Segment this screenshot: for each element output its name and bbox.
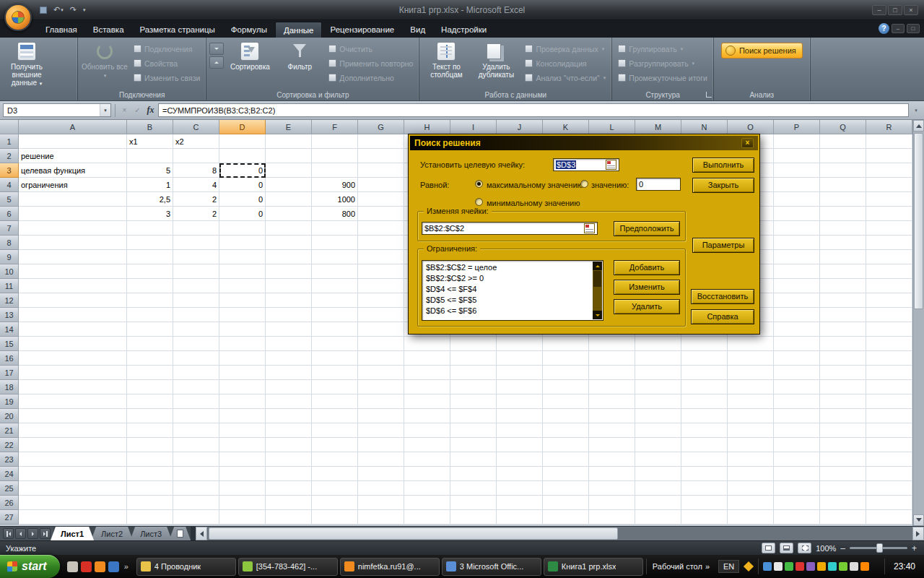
- row-header-22[interactable]: 22: [0, 438, 19, 452]
- cell-F26[interactable]: [312, 496, 358, 510]
- cell-B25[interactable]: [127, 481, 173, 496]
- cell-K19[interactable]: [543, 394, 589, 409]
- cell-N19[interactable]: [681, 394, 728, 409]
- cell-J16[interactable]: [497, 351, 543, 366]
- changing-cells-input[interactable]: $B$2:$C$2: [422, 222, 598, 235]
- cell-R6[interactable]: [866, 207, 912, 221]
- cell-A7[interactable]: [19, 221, 127, 236]
- cell-B14[interactable]: [127, 322, 173, 337]
- col-header-E[interactable]: E: [266, 120, 312, 134]
- cell-J21[interactable]: [497, 423, 543, 438]
- cell-B19[interactable]: [127, 394, 173, 409]
- cell-C5[interactable]: 2: [173, 192, 219, 207]
- cell-D8[interactable]: [219, 236, 266, 250]
- cell-G10[interactable]: [358, 264, 404, 279]
- sheet-tab-1[interactable]: Лист1: [51, 527, 94, 540]
- cell-D22[interactable]: [219, 438, 266, 452]
- tray-icon-10[interactable]: [860, 562, 869, 571]
- cell-F1[interactable]: [312, 134, 358, 149]
- previous-sheet-button[interactable]: [15, 528, 26, 539]
- options-button[interactable]: Параметры: [692, 238, 754, 253]
- cell-E19[interactable]: [266, 394, 312, 409]
- cell-A11[interactable]: [19, 279, 127, 293]
- cell-B2[interactable]: [127, 149, 173, 163]
- cell-A17[interactable]: [19, 366, 127, 380]
- ribbon-tab-2[interactable]: Вставка: [85, 22, 132, 38]
- cell-Q4[interactable]: [820, 178, 866, 192]
- cell-K21[interactable]: [543, 423, 589, 438]
- cell-P13[interactable]: [774, 308, 820, 322]
- cell-J25[interactable]: [497, 481, 543, 496]
- cell-R13[interactable]: [866, 308, 912, 322]
- cell-E9[interactable]: [266, 250, 312, 264]
- cell-Q13[interactable]: [820, 308, 866, 322]
- cell-G18[interactable]: [358, 380, 404, 394]
- cell-H23[interactable]: [404, 452, 450, 467]
- cell-R19[interactable]: [866, 394, 912, 409]
- cell-A25[interactable]: [19, 481, 127, 496]
- page-break-view-button[interactable]: [798, 543, 811, 553]
- sort-ascending-button[interactable]: [209, 43, 224, 55]
- constraints-list[interactable]: $B$2:$C$2 = целое$B$2:$C$2 >= 0$D$4 <= $…: [422, 260, 603, 321]
- cell-I23[interactable]: [450, 452, 497, 467]
- tray-icon-9[interactable]: [850, 562, 858, 571]
- taskbar-task-4[interactable]: 3 Microsoft Offic...: [442, 558, 541, 576]
- cell-D12[interactable]: [219, 293, 266, 308]
- cell-B6[interactable]: 3: [127, 207, 173, 221]
- col-header-L[interactable]: L: [589, 120, 635, 134]
- cell-G2[interactable]: [358, 149, 404, 163]
- tray-icon-5[interactable]: [806, 562, 815, 571]
- cell-M23[interactable]: [635, 452, 681, 467]
- cell-P18[interactable]: [774, 380, 820, 394]
- row-header-16[interactable]: 16: [0, 351, 19, 366]
- cell-R4[interactable]: [866, 178, 912, 192]
- cell-G8[interactable]: [358, 236, 404, 250]
- cell-G12[interactable]: [358, 293, 404, 308]
- cell-D20[interactable]: [219, 409, 266, 423]
- cell-R17[interactable]: [866, 366, 912, 380]
- cell-Q23[interactable]: [820, 452, 866, 467]
- reapply-button[interactable]: Применить повторно: [326, 56, 416, 70]
- cell-H15[interactable]: [404, 337, 450, 351]
- cell-G21[interactable]: [358, 423, 404, 438]
- cell-E13[interactable]: [266, 308, 312, 322]
- cell-P1[interactable]: [774, 134, 820, 149]
- text-to-columns-button[interactable]: Текст по столбцам: [422, 40, 470, 90]
- help-button[interactable]: ?: [879, 23, 889, 34]
- cell-G13[interactable]: [358, 308, 404, 322]
- value-of-input[interactable]: 0: [636, 178, 681, 191]
- col-header-A[interactable]: A: [19, 120, 127, 134]
- cell-N16[interactable]: [681, 351, 728, 366]
- cell-Q2[interactable]: [820, 149, 866, 163]
- cell-J17[interactable]: [497, 366, 543, 380]
- cell-B15[interactable]: [127, 337, 173, 351]
- row-header-1[interactable]: 1: [0, 134, 19, 149]
- cell-C2[interactable]: [173, 149, 219, 163]
- col-header-N[interactable]: N: [681, 120, 728, 134]
- taskbar-task-1[interactable]: 4 Проводник: [136, 558, 236, 576]
- cell-O24[interactable]: [728, 467, 774, 481]
- cell-C19[interactable]: [173, 394, 219, 409]
- taskbar-task-2[interactable]: [354-783-462] -...: [238, 558, 338, 576]
- cell-A4[interactable]: ограничения: [19, 178, 127, 192]
- reset-button[interactable]: Восстановить: [691, 289, 754, 304]
- cell-R3[interactable]: [866, 163, 912, 178]
- cell-A3[interactable]: целевая функция: [19, 163, 127, 178]
- constraint-item-3[interactable]: $D$4 <= $F$4: [424, 284, 591, 295]
- cell-B12[interactable]: [127, 293, 173, 308]
- minimize-button[interactable]: –: [872, 5, 886, 15]
- col-header-F[interactable]: F: [312, 120, 358, 134]
- cell-A12[interactable]: [19, 293, 127, 308]
- cell-B20[interactable]: [127, 409, 173, 423]
- cell-L20[interactable]: [589, 409, 635, 423]
- cell-B17[interactable]: [127, 366, 173, 380]
- normal-view-button[interactable]: [762, 543, 775, 553]
- cell-G6[interactable]: [358, 207, 404, 221]
- cell-B4[interactable]: 1: [127, 178, 173, 192]
- cell-A23[interactable]: [19, 452, 127, 467]
- dialog-launcher-icon[interactable]: [706, 92, 712, 98]
- connections-button[interactable]: Подключения: [131, 42, 203, 56]
- cell-A24[interactable]: [19, 467, 127, 481]
- cell-E23[interactable]: [266, 452, 312, 467]
- cell-F20[interactable]: [312, 409, 358, 423]
